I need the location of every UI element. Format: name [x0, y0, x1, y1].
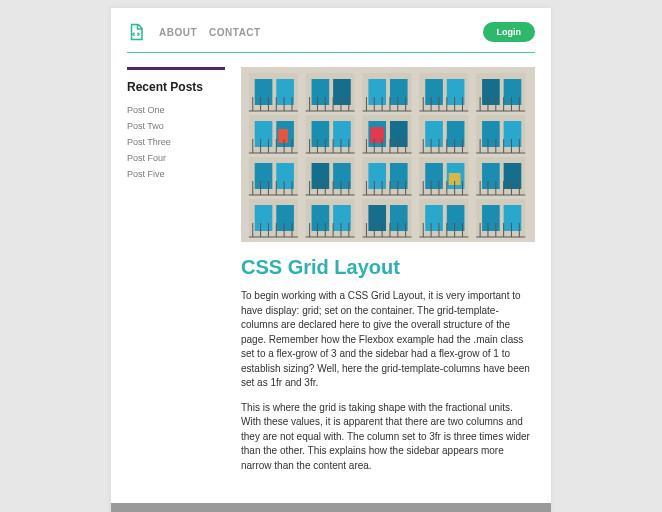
login-button[interactable]: Login: [483, 22, 536, 42]
svg-rect-145: [482, 163, 500, 189]
svg-rect-114: [312, 163, 330, 189]
recent-posts-list: Post One Post Two Post Three Post Four P…: [127, 102, 225, 182]
list-item[interactable]: Post Four: [127, 150, 225, 166]
svg-rect-12: [312, 79, 330, 105]
main-grid: Recent Posts Post One Post Two Post Thre…: [127, 67, 535, 483]
svg-rect-54: [278, 129, 288, 143]
sidebar-title: Recent Posts: [127, 80, 225, 94]
primary-nav: ABOUT CONTACT: [159, 27, 469, 38]
svg-rect-105: [276, 163, 294, 189]
svg-rect-124: [368, 163, 386, 189]
list-item[interactable]: Post One: [127, 102, 225, 118]
svg-rect-156: [276, 205, 294, 231]
svg-rect-42: [482, 79, 500, 105]
svg-rect-74: [390, 121, 408, 147]
svg-rect-185: [425, 205, 443, 231]
site-logo-icon: [127, 23, 145, 41]
svg-rect-22: [368, 79, 386, 105]
svg-rect-175: [368, 205, 386, 231]
svg-rect-125: [390, 163, 408, 189]
article-paragraph: This is where the grid is taking shape w…: [241, 401, 535, 474]
list-item[interactable]: Post Five: [127, 166, 225, 182]
list-item[interactable]: Post Three: [127, 134, 225, 150]
svg-rect-13: [333, 79, 351, 105]
nav-about[interactable]: ABOUT: [159, 27, 197, 38]
svg-rect-94: [482, 121, 500, 147]
svg-rect-104: [255, 163, 273, 189]
footer: CSS Grid Layout Example Hope you enjoyed…: [111, 503, 551, 512]
svg-rect-64: [333, 121, 351, 147]
svg-rect-196: [504, 205, 522, 231]
svg-rect-85: [447, 121, 465, 147]
article-paragraph: To begin working with a CSS Grid Layout,…: [241, 289, 535, 391]
svg-rect-176: [390, 205, 408, 231]
svg-rect-166: [333, 205, 351, 231]
article-title: CSS Grid Layout: [241, 256, 535, 279]
sidebar: Recent Posts Post One Post Two Post Thre…: [127, 67, 225, 483]
svg-rect-155: [255, 205, 273, 231]
article: CSS Grid Layout To begin working with a …: [241, 67, 535, 483]
svg-rect-2: [255, 79, 273, 105]
svg-rect-43: [504, 79, 522, 105]
nav-contact[interactable]: CONTACT: [209, 27, 261, 38]
svg-rect-134: [425, 163, 443, 189]
header: ABOUT CONTACT Login: [127, 22, 535, 53]
svg-rect-186: [447, 205, 465, 231]
svg-rect-33: [447, 79, 465, 105]
svg-rect-23: [390, 79, 408, 105]
svg-rect-63: [312, 121, 330, 147]
svg-rect-195: [482, 205, 500, 231]
page: ABOUT CONTACT Login Recent Posts Post On…: [111, 8, 551, 512]
svg-rect-3: [276, 79, 294, 105]
list-item[interactable]: Post Two: [127, 118, 225, 134]
hero-image: [241, 67, 535, 242]
svg-rect-165: [312, 205, 330, 231]
svg-rect-95: [504, 121, 522, 147]
svg-rect-146: [504, 163, 522, 189]
svg-rect-84: [425, 121, 443, 147]
svg-rect-115: [333, 163, 351, 189]
svg-rect-52: [255, 121, 273, 147]
svg-rect-32: [425, 79, 443, 105]
